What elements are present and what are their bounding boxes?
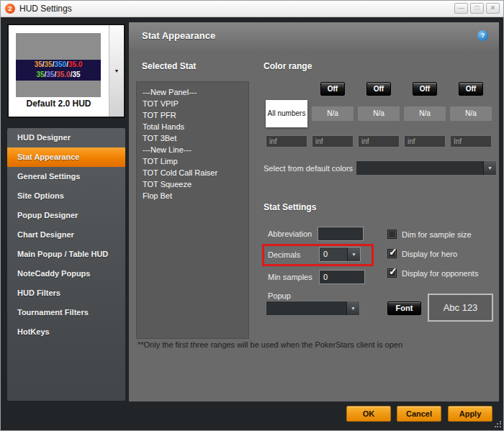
maximize-button[interactable]: □ [470, 3, 484, 14]
font-preview: Abc 123 [428, 294, 493, 322]
apply-button[interactable]: Apply [448, 406, 492, 422]
color-range-na-3[interactable]: N/a [404, 106, 446, 121]
list-item[interactable]: Total Hands [137, 121, 248, 132]
chevron-down-icon[interactable]: ▼ [347, 248, 360, 261]
resize-grip[interactable] [495, 421, 501, 427]
font-button[interactable]: Font [387, 301, 421, 315]
default-colors-dropdown[interactable]: ▼ [356, 160, 497, 176]
decimals-label: Decimals [268, 248, 300, 262]
list-item[interactable]: Flop Bet [137, 190, 248, 201]
threshold-input-5[interactable] [450, 135, 492, 148]
threshold-input-3[interactable] [358, 135, 400, 148]
cancel-button[interactable]: Cancel [397, 406, 441, 422]
color-range-title: Color range [264, 61, 312, 71]
main-header: Stat Appearance ? [129, 22, 499, 49]
checkmark-icon: ✓ [389, 246, 397, 258]
close-button[interactable]: ✕ [486, 3, 500, 14]
stat-segment: 35 [46, 71, 54, 78]
min-samples-label: Min samples [268, 270, 312, 284]
hud-preview-swatch: 35/35/350/35.0 35/35/35.0/35 [16, 33, 101, 97]
app-icon: 2 [5, 4, 15, 14]
chevron-down-icon[interactable]: ▼ [483, 161, 496, 175]
sidebar-item-label: General Settings [17, 172, 80, 181]
display-for-hero-label[interactable]: Display for hero [402, 249, 457, 260]
sidebar-item-label: Site Options [17, 191, 64, 200]
sidebar-item-stat-appearance[interactable]: Stat Appearance [7, 148, 125, 167]
list-item[interactable]: TOT Limp [137, 155, 248, 167]
sidebar-item-label: Main Popup / Table HUD [17, 250, 108, 258]
sidebar-item-main-popup-table-hud[interactable]: Main Popup / Table HUD [7, 245, 125, 264]
window-title: HUD Settings [19, 1, 72, 17]
sidebar-item-hotkeys[interactable]: HotKeys [7, 322, 125, 342]
sidebar-item-popup-designer[interactable]: Popup Designer [7, 206, 125, 225]
threshold-input-2[interactable] [312, 135, 354, 148]
dim-for-sample-size-checkbox[interactable] [387, 230, 397, 239]
display-for-opponents-checkbox[interactable]: ✓ [387, 268, 397, 278]
sidebar-item-label: Stat Appearance [17, 153, 79, 161]
sidebar-item-label: Tournament Filters [17, 308, 89, 317]
threshold-input-4[interactable] [404, 135, 446, 148]
stat-segment: 35 [35, 60, 42, 68]
color-range-na-2[interactable]: N/a [358, 106, 400, 121]
stat-segment: 35 [72, 71, 80, 78]
popup-dropdown[interactable]: ▼ [266, 301, 360, 316]
main-panel: Stat Appearance ? Selected Stat ---New P… [129, 22, 499, 401]
color-range-na-1[interactable]: N/a [312, 106, 354, 121]
decimals-dropdown[interactable]: 0 ▼ [319, 247, 361, 262]
list-item[interactable]: TOT 3Bet [137, 132, 248, 144]
sidebar-item-hud-filters[interactable]: HUD Filters [7, 283, 125, 303]
pokerstars-note: **Only the first three ranges will be us… [138, 340, 494, 349]
color-range-off-button-2[interactable]: Off [366, 82, 391, 96]
list-item[interactable]: TOT VPIP [137, 98, 248, 109]
hud-preview-line2: 35/35/35.0/35 [16, 70, 101, 80]
hud-profile-name: Default 2.0 HUD [9, 99, 109, 109]
selected-stat-list: ---New Panel--- TOT VPIP TOT PFR Total H… [136, 81, 249, 339]
decimals-value: 0 [323, 248, 346, 261]
sidebar-item-label: Popup Designer [17, 211, 78, 219]
sidebar-item-general-settings[interactable]: General Settings [7, 167, 125, 186]
stat-segment: 35 [36, 71, 44, 78]
help-icon[interactable]: ? [477, 30, 488, 41]
color-range-off-button-1[interactable]: Off [320, 82, 345, 96]
stat-settings-title: Stat Settings [264, 202, 316, 212]
abbreviation-input[interactable] [318, 227, 364, 241]
list-item[interactable]: TOT Squeeze [137, 178, 248, 190]
display-for-hero-checkbox[interactable]: ✓ [387, 249, 397, 258]
threshold-input-1[interactable] [266, 135, 307, 148]
list-item[interactable]: TOT Cold Call Raiser [137, 167, 248, 178]
stat-segment: 35.0 [56, 71, 70, 78]
list-item[interactable]: TOT PFR [137, 109, 248, 121]
ok-button[interactable]: OK [346, 406, 391, 422]
minimize-button[interactable]: — [454, 3, 468, 14]
chevron-down-icon[interactable]: ▼ [346, 301, 359, 315]
hud-preview-line1: 35/35/350/35.0 [16, 60, 101, 70]
sidebar-item-label: Chart Designer [17, 230, 74, 239]
hud-profile-selector[interactable]: 35/35/350/35.0 35/35/35.0/35 Default 2.0… [7, 24, 125, 118]
color-range-off-button-4[interactable]: Off [459, 82, 483, 96]
stat-segment: 35.0 [68, 60, 82, 68]
min-samples-input[interactable] [319, 270, 365, 284]
sidebar-item-chart-designer[interactable]: Chart Designer [7, 225, 125, 245]
dim-for-sample-size-label[interactable]: Dim for sample size [402, 230, 472, 240]
sidebar-item-tournament-filters[interactable]: Tournament Filters [7, 303, 125, 322]
sidebar-item-hud-designer[interactable]: HUD Designer [7, 128, 125, 148]
stat-segment: 35 [45, 60, 53, 68]
default-colors-label: Select from default colors [264, 161, 353, 176]
display-for-opponents-label[interactable]: Display for opponents [402, 268, 478, 279]
sidebar-item-site-options[interactable]: Site Options [7, 186, 125, 206]
sidebar-item-label: HUD Filters [17, 289, 60, 297]
hud-profile-dropdown-arrow-icon[interactable]: ▼ [109, 25, 124, 117]
checkmark-icon: ✓ [389, 266, 397, 277]
color-range-na-4[interactable]: N/a [450, 106, 492, 121]
list-item[interactable]: ---New Line--- [137, 144, 248, 155]
hud-preview-stats: 35/35/350/35.0 35/35/35.0/35 [16, 60, 101, 81]
sidebar-item-label: NoteCaddy Popups [17, 269, 90, 278]
sidebar-item-notecaddy-popups[interactable]: NoteCaddy Popups [7, 264, 125, 283]
titlebar: 2 HUD Settings — □ ✕ [1, 1, 503, 17]
page-title: Stat Appearance [142, 22, 215, 49]
selected-stat-title: Selected Stat [142, 61, 196, 71]
list-item[interactable]: ---New Panel--- [137, 86, 248, 98]
color-range-off-button-3[interactable]: Off [413, 82, 437, 96]
color-range-all-numbers[interactable]: All numbers [266, 100, 307, 127]
abbreviation-label: Abbreviation [268, 227, 312, 241]
